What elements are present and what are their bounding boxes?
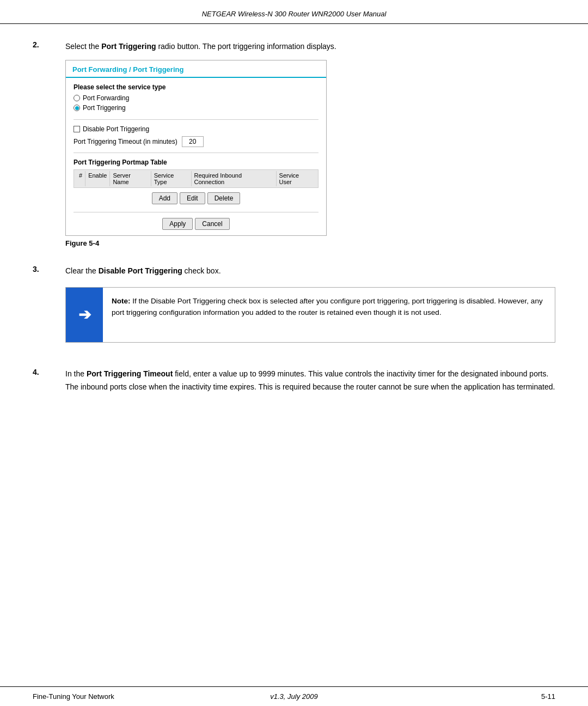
step-4-text: In the Port Triggering Timeout field, en…	[65, 368, 555, 394]
edit-button[interactable]: Edit	[180, 192, 205, 204]
page-header: NETGEAR Wireless-N 300 Router WNR2000 Us…	[0, 0, 588, 24]
disable-timeout-section: Disable Port Triggering Port Triggering …	[74, 125, 318, 153]
screenshot-title: Port Forwarding / Port Triggering	[72, 65, 183, 74]
step-3-text-after: check box.	[182, 266, 221, 275]
step-3-number: 3.	[33, 265, 44, 352]
step-2-text-before: Select the	[65, 42, 101, 51]
radio-port-forwarding[interactable]	[74, 95, 80, 101]
delete-button[interactable]: Delete	[207, 192, 241, 204]
service-type-label: Please select the service type	[74, 83, 318, 91]
screenshot-title-bar: Port Forwarding / Port Triggering	[66, 60, 326, 78]
page-container: NETGEAR Wireless-N 300 Router WNR2000 Us…	[0, 0, 588, 706]
col-service-user: Service User	[277, 171, 316, 186]
step-4-bold: Port Triggering Timeout	[87, 369, 173, 378]
timeout-input[interactable]	[182, 136, 204, 147]
figure-label: Figure 5-4	[65, 239, 336, 247]
disable-checkbox-label: Disable Port Triggering	[83, 125, 149, 133]
step-3-content: Clear the Disable Port Triggering check …	[65, 265, 555, 352]
timeout-label: Port Triggering Timeout (in minutes)	[74, 138, 177, 145]
apply-cancel-row: Apply Cancel	[74, 218, 318, 230]
cancel-button[interactable]: Cancel	[195, 218, 229, 230]
col-enable: Enable	[85, 171, 110, 186]
step-2-number: 2.	[33, 40, 44, 249]
timeout-row: Port Triggering Timeout (in minutes)	[74, 136, 318, 147]
col-server-name: Server Name	[110, 171, 151, 186]
note-bold: Note:	[112, 297, 131, 305]
note-arrow-icon: ➔	[78, 306, 91, 324]
step-2-content: Select the Port Triggering radio button.…	[65, 40, 336, 249]
step-3-text: Clear the Disable Port Triggering check …	[65, 265, 555, 277]
step-2-text-after: radio button. The port triggering inform…	[156, 42, 336, 51]
header-title: NETGEAR Wireless-N 300 Router WNR2000 Us…	[202, 10, 387, 18]
radio-port-forwarding-label: Port Forwarding	[83, 94, 129, 102]
footer-left: Fine-Tuning Your Network	[33, 692, 114, 701]
screenshot-body: Please select the service type Port Forw…	[66, 78, 326, 235]
step-2: 2. Select the Port Triggering radio butt…	[33, 40, 555, 249]
radio-port-triggering[interactable]	[74, 105, 80, 111]
note-text-area: Note: If the Disable Port Triggering che…	[103, 288, 555, 342]
col-required-inbound: Required Inbound Connection	[192, 171, 277, 186]
step-4: 4. In the Port Triggering Timeout field,…	[33, 368, 555, 394]
add-edit-delete-row: Add Edit Delete	[74, 192, 318, 204]
note-icon-area: ➔	[66, 288, 103, 342]
radio-port-triggering-label: Port Triggering	[83, 104, 126, 112]
radio-port-forwarding-row[interactable]: Port Forwarding	[74, 94, 318, 102]
step-3-text-before: Clear the	[65, 266, 99, 275]
apply-button[interactable]: Apply	[162, 218, 193, 230]
add-button[interactable]: Add	[152, 192, 177, 204]
step-2-bold: Port Triggering	[101, 42, 156, 51]
step-4-text-before: In the	[65, 369, 87, 378]
radio-port-triggering-row[interactable]: Port Triggering	[74, 104, 318, 112]
screenshot-box: Port Forwarding / Port Triggering Please…	[65, 60, 327, 236]
step-4-number: 4.	[33, 368, 44, 394]
step-2-text: Select the Port Triggering radio button.…	[65, 40, 336, 52]
col-service-type: Service Type	[151, 171, 192, 186]
service-type-section: Please select the service type Port Forw…	[74, 83, 318, 120]
note-text: If the Disable Port Triggering check box…	[112, 297, 543, 317]
footer-right: 5-11	[541, 692, 555, 701]
col-hash: #	[76, 171, 85, 186]
disable-checkbox-row[interactable]: Disable Port Triggering	[74, 125, 318, 133]
content-area: 2. Select the Port Triggering radio butt…	[0, 24, 588, 452]
disable-checkbox[interactable]	[74, 126, 80, 132]
note-box: ➔ Note: If the Disable Port Triggering c…	[65, 287, 555, 343]
footer-version: v1.3, July 2009	[270, 692, 317, 701]
step-3-bold: Disable Port Triggering	[99, 266, 182, 275]
portmap-section: Port Triggering Portmap Table # Enable S…	[74, 159, 318, 212]
portmap-table-header: # Enable Server Name Service Type Requir…	[74, 169, 318, 188]
portmap-table-label: Port Triggering Portmap Table	[74, 159, 318, 166]
step-3: 3. Clear the Disable Port Triggering che…	[33, 265, 555, 352]
step-4-content: In the Port Triggering Timeout field, en…	[65, 368, 555, 394]
